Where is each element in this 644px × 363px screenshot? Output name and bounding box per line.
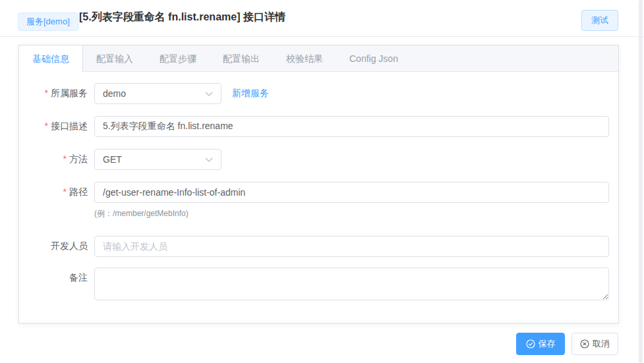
tab-config-steps[interactable]: 配置步骤 bbox=[146, 45, 210, 72]
description-label: *接口描述 bbox=[19, 121, 88, 132]
remark-label: 备注 bbox=[19, 267, 88, 284]
path-input[interactable] bbox=[94, 182, 609, 203]
method-select[interactable]: GET bbox=[94, 149, 221, 170]
form-row-service: *所属服务 demo 新增服务 bbox=[19, 83, 269, 104]
page-header: 服务[demo] [5.列表字段重命名 fn.list.rename] 接口详情… bbox=[0, 0, 644, 37]
cancel-button-label: 取消 bbox=[593, 338, 610, 350]
description-input[interactable] bbox=[94, 116, 609, 137]
add-service-link[interactable]: 新增服务 bbox=[232, 88, 269, 99]
page-title: [5.列表字段重命名 fn.list.rename] 接口详情 bbox=[79, 0, 285, 37]
required-marker: * bbox=[63, 154, 67, 164]
tab-config-json[interactable]: Config Json bbox=[336, 45, 411, 72]
service-select[interactable]: demo bbox=[94, 83, 221, 104]
save-button-label: 保存 bbox=[539, 338, 556, 350]
remark-textarea[interactable] bbox=[94, 267, 609, 300]
circle-close-icon bbox=[580, 339, 589, 349]
path-label: *路径 bbox=[19, 186, 88, 198]
circle-check-icon bbox=[526, 339, 535, 349]
form-row-description: *接口描述 bbox=[19, 116, 609, 137]
form-row-path: *路径 bbox=[19, 182, 609, 203]
service-badge[interactable]: 服务[demo] bbox=[18, 13, 78, 31]
tab-config-input[interactable]: 配置输入 bbox=[83, 45, 146, 72]
tab-basic-info[interactable]: 基础信息 bbox=[19, 45, 83, 72]
service-select-value: demo bbox=[103, 88, 126, 99]
method-select-value: GET bbox=[103, 154, 122, 165]
required-marker: * bbox=[63, 186, 67, 197]
detail-card: 基础信息 配置输入 配置步骤 配置输出 校验结果 Config Json *所属… bbox=[18, 45, 619, 323]
path-hint: (例：/member/getMebInfo) bbox=[94, 208, 189, 219]
test-button[interactable]: 测试 bbox=[581, 10, 618, 31]
service-label: *所属服务 bbox=[19, 88, 88, 99]
form-row-developer: 开发人员 bbox=[19, 236, 609, 257]
cancel-button[interactable]: 取消 bbox=[571, 333, 618, 355]
tab-validation-result[interactable]: 校验结果 bbox=[273, 45, 336, 72]
developer-label: 开发人员 bbox=[19, 240, 88, 252]
chevron-down-icon bbox=[205, 157, 213, 162]
developer-input[interactable] bbox=[94, 236, 609, 257]
scrollbar[interactable] bbox=[639, 0, 643, 363]
required-marker: * bbox=[45, 121, 48, 131]
required-marker: * bbox=[45, 88, 48, 98]
form-row-remark: 备注 bbox=[19, 267, 88, 289]
form-row-method: *方法 GET bbox=[19, 149, 221, 170]
save-button[interactable]: 保存 bbox=[516, 333, 565, 355]
tab-config-output[interactable]: 配置输出 bbox=[210, 45, 273, 72]
chevron-down-icon bbox=[205, 92, 213, 96]
method-label: *方法 bbox=[19, 154, 88, 165]
tabs-header: 基础信息 配置输入 配置步骤 配置输出 校验结果 Config Json bbox=[19, 45, 618, 72]
